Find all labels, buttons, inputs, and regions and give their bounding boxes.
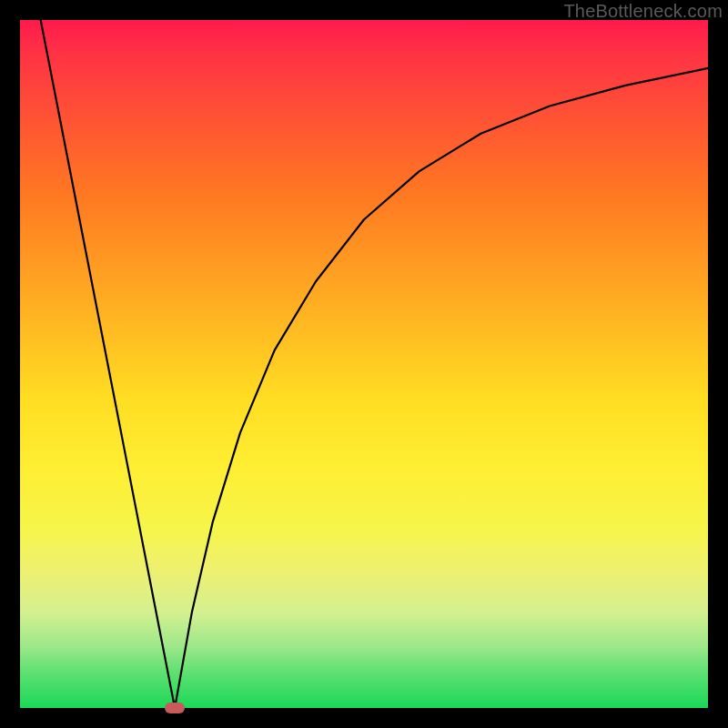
curve-svg: [20, 20, 708, 708]
plot-area: [20, 20, 708, 708]
chart-container: TheBottleneck.com: [0, 0, 728, 728]
watermark-text: TheBottleneck.com: [563, 1, 723, 22]
min-marker: [165, 703, 185, 713]
curve-path: [41, 20, 708, 708]
